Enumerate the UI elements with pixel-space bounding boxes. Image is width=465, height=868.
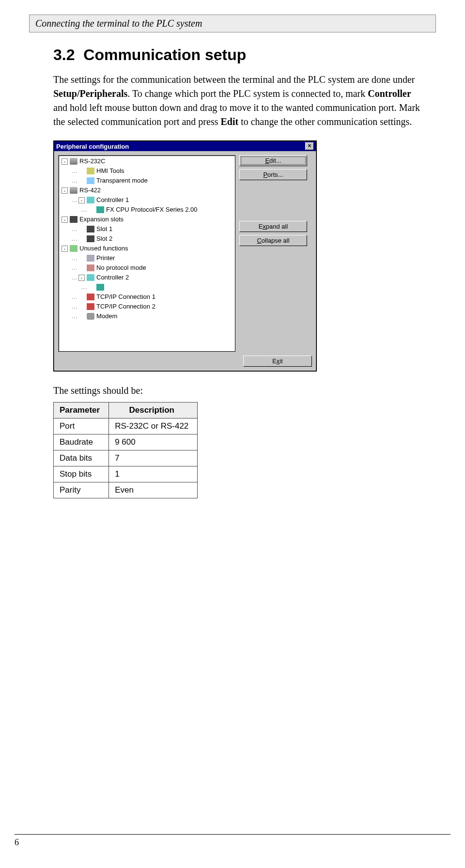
tree-item[interactable]: …Modem [60, 311, 234, 321]
tree-view[interactable]: -RS-232C…HMI Tools…Transparent mode-RS-4… [58, 155, 235, 352]
tree-item-label: TCP/IP Connection 2 [96, 302, 155, 311]
tcp-icon [87, 303, 94, 310]
section-title: Communication setup [83, 46, 246, 63]
tp-icon [87, 177, 94, 184]
tree-item-label: TCP/IP Connection 1 [96, 292, 155, 302]
page-footer: 6 [15, 834, 450, 848]
tree-item-label: Printer [96, 253, 115, 263]
tree-item-label: HMI Tools [96, 166, 124, 176]
running-head: Connecting the terminal to the PLC syste… [29, 15, 436, 32]
tree-item-label: RS-422 [79, 186, 101, 195]
section-number: 3.2 [53, 46, 75, 63]
tree-item-label: Transparent mode [96, 176, 148, 186]
slot-icon [87, 226, 94, 232]
term-controller: Controller [368, 88, 411, 99]
tree-item-label: Expansion slots [79, 215, 124, 224]
printer-icon [87, 255, 94, 262]
tree-item-label: Controller 2 [96, 273, 129, 282]
intro-paragraph: The settings for the communication betwe… [53, 73, 426, 129]
tree-item-label: Unused functions [79, 244, 128, 253]
tree-item[interactable]: … [60, 282, 234, 292]
edit-button[interactable]: Edit... [239, 155, 307, 166]
col-description: Description [109, 403, 198, 418]
slot-icon [87, 235, 94, 242]
section-heading: 3.2 Communication setup [53, 46, 426, 64]
tcp-icon [87, 294, 94, 300]
expand-all-button[interactable]: Expand all [239, 221, 307, 232]
tree-item-label: FX CPU Protocol/FX Series 2.00 [106, 205, 198, 215]
tree-item-label: RS-232C [79, 156, 105, 166]
tree-item[interactable]: -Expansion slots [60, 215, 234, 224]
tree-item[interactable]: …TCP/IP Connection 2 [60, 302, 234, 311]
port-icon [70, 158, 78, 165]
table-row: Stop bits1 [54, 466, 198, 482]
tree-item[interactable]: …FX CPU Protocol/FX Series 2.00 [60, 205, 234, 215]
port-icon [70, 187, 78, 194]
chip-icon [96, 206, 104, 213]
term-setup-peripherals: Setup/Peripherals [53, 88, 127, 99]
modem-icon [87, 313, 94, 320]
tree-item-label: Controller 1 [96, 195, 129, 205]
exit-button[interactable]: Exit [243, 356, 312, 367]
table-row: Baudrate9 600 [54, 434, 198, 450]
np-icon [87, 264, 94, 271]
tree-item-label: Slot 2 [96, 234, 112, 244]
term-edit: Edit [220, 116, 238, 127]
tree-item-label: Slot 1 [96, 224, 112, 234]
table-row: ParityEven [54, 482, 198, 498]
collapse-icon[interactable]: - [62, 246, 68, 252]
collapse-icon[interactable]: - [62, 217, 68, 223]
tree-item[interactable]: …Slot 2 [60, 234, 234, 244]
tree-item[interactable]: …HMI Tools [60, 166, 234, 176]
tree-item[interactable]: …Printer [60, 253, 234, 263]
tree-item[interactable]: …Slot 1 [60, 224, 234, 234]
page-number: 6 [15, 837, 19, 847]
dialog-titlebar[interactable]: Peripheral configuration × [54, 141, 316, 151]
tree-item[interactable]: …TCP/IP Connection 1 [60, 292, 234, 302]
collapse-all-button[interactable]: Collapse all [239, 235, 307, 246]
collapse-icon[interactable]: - [78, 275, 85, 281]
ctrl-icon [87, 274, 94, 281]
table-row: PortRS-232C or RS-422 [54, 418, 198, 434]
peripheral-configuration-dialog: Peripheral configuration × -RS-232C…HMI … [53, 140, 317, 372]
tree-item[interactable]: …Transparent mode [60, 176, 234, 186]
ports-button[interactable]: Ports... [239, 169, 307, 180]
tool-icon [87, 168, 94, 174]
collapse-icon[interactable]: - [78, 197, 85, 203]
ctrl-icon [87, 197, 94, 203]
collapse-icon[interactable]: - [62, 158, 68, 165]
close-icon[interactable]: × [305, 142, 314, 150]
chip-icon [96, 284, 104, 291]
bucket-icon [70, 245, 78, 252]
tree-item[interactable]: -RS-232C [60, 156, 234, 166]
dialog-title: Peripheral configuration [56, 143, 129, 150]
tree-item[interactable]: …-Controller 2 [60, 273, 234, 282]
tree-item[interactable]: …-Controller 1 [60, 195, 234, 205]
tree-item-label: No protocol mode [96, 263, 146, 273]
settings-table: Parameter Description PortRS-232C or RS-… [53, 402, 198, 498]
tree-item[interactable]: -RS-422 [60, 186, 234, 195]
col-parameter: Parameter [54, 403, 109, 418]
table-row: Data bits7 [54, 450, 198, 466]
tree-item[interactable]: -Unused functions [60, 244, 234, 253]
settings-lead: The settings should be: [53, 385, 426, 396]
collapse-icon[interactable]: - [62, 187, 68, 194]
tree-item[interactable]: …No protocol mode [60, 263, 234, 273]
slot-icon [70, 216, 78, 223]
tree-item-label: Modem [96, 311, 117, 321]
